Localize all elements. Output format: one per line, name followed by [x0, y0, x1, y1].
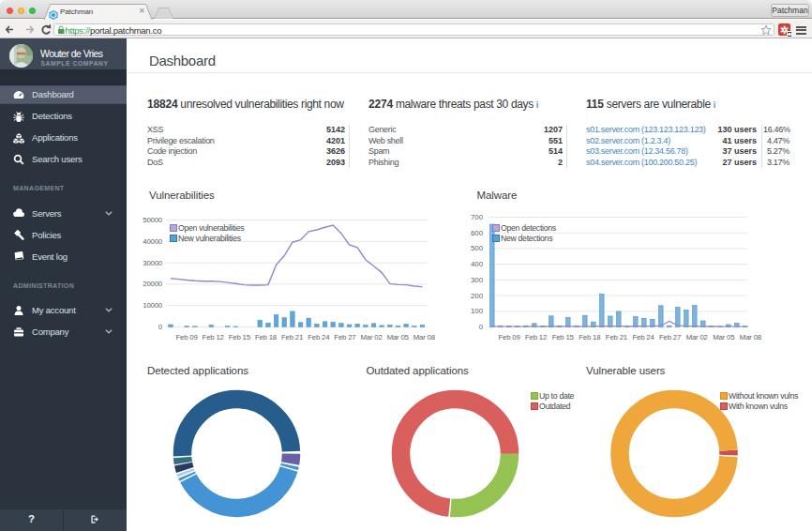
svg-text:0: 0 — [158, 323, 163, 331]
svg-text:Feb 21: Feb 21 — [281, 333, 303, 341]
svg-text:Feb 27: Feb 27 — [334, 333, 355, 341]
svg-text:20000: 20000 — [143, 280, 163, 288]
svg-text:700: 700 — [471, 213, 484, 221]
svg-text:Feb 12: Feb 12 — [525, 333, 547, 341]
svg-text:40000: 40000 — [143, 237, 163, 246]
svg-text:Feb 24: Feb 24 — [632, 333, 654, 341]
svg-text:Mar 08: Mar 08 — [414, 333, 435, 341]
svg-text:600: 600 — [471, 229, 484, 237]
svg-text:Feb 18: Feb 18 — [579, 333, 600, 341]
svg-text:Mar 08: Mar 08 — [740, 333, 761, 341]
svg-text:400: 400 — [471, 260, 484, 268]
svg-text:Mar 05: Mar 05 — [387, 333, 410, 341]
svg-text:0: 0 — [479, 323, 484, 331]
svg-text:Feb 27: Feb 27 — [659, 333, 681, 341]
svg-text:50000: 50000 — [143, 216, 163, 224]
svg-text:Feb 24: Feb 24 — [308, 333, 330, 341]
svg-text:200: 200 — [471, 292, 484, 300]
svg-text:500: 500 — [471, 244, 484, 252]
svg-text:Feb 18: Feb 18 — [255, 333, 277, 341]
svg-text:Mar 02: Mar 02 — [686, 333, 708, 341]
svg-text:Feb 12: Feb 12 — [203, 333, 224, 341]
svg-text:100: 100 — [471, 307, 484, 315]
svg-text:30000: 30000 — [143, 259, 163, 267]
svg-text:Feb 21: Feb 21 — [606, 333, 627, 341]
svg-text:Mar 02: Mar 02 — [361, 333, 383, 341]
svg-text:Feb 15: Feb 15 — [229, 333, 251, 341]
svg-text:300: 300 — [471, 276, 484, 284]
svg-text:10000: 10000 — [143, 301, 163, 310]
svg-text:Feb 09: Feb 09 — [175, 333, 197, 341]
svg-text:Mar 05: Mar 05 — [713, 333, 735, 341]
svg-text:Feb 15: Feb 15 — [552, 333, 575, 341]
svg-text:Feb 09: Feb 09 — [498, 333, 519, 341]
